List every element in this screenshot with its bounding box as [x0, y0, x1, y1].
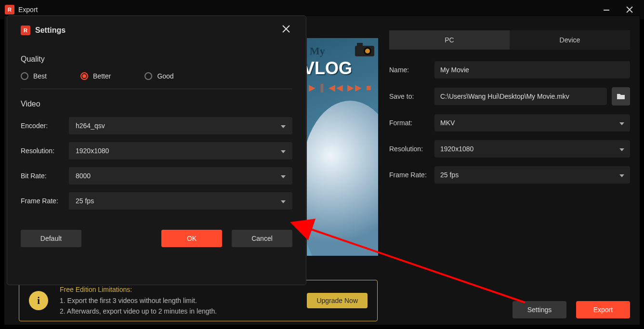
quality-better-label: Better — [93, 72, 111, 80]
framerate-label: Frame Rate: — [389, 171, 434, 179]
limitations-line1: 1. Export the first 3 videos without len… — [60, 295, 307, 306]
quality-heading: Quality — [21, 55, 292, 64]
preview-text-my: My — [310, 45, 325, 57]
chevron-down-icon — [281, 197, 286, 205]
chevron-down-icon — [619, 145, 624, 153]
chevron-down-icon — [619, 171, 624, 179]
saveto-label: Save to: — [389, 92, 434, 100]
chevron-down-icon — [281, 147, 286, 155]
chevron-down-icon — [619, 119, 624, 127]
name-label: Name: — [389, 66, 434, 74]
default-button[interactable]: Default — [21, 230, 81, 247]
limitations-text: Free Edition Limitations: 1. Export the … — [60, 284, 307, 316]
limitations-line2: 2. Afterwards, export video up to 2 minu… — [60, 306, 307, 316]
quality-better-radio[interactable]: Better — [80, 72, 111, 80]
modal-resolution-value: 1920x1080 — [76, 147, 109, 155]
export-form: PC Device Name: Save to: Format: MKV Res… — [389, 30, 630, 192]
encoder-dropdown[interactable]: h264_qsv — [69, 117, 292, 134]
quality-radio-group: Best Better Good — [21, 72, 292, 80]
quality-good-radio[interactable]: Good — [145, 72, 173, 80]
settings-title: Settings — [35, 26, 66, 35]
modal-framerate-label: Frame Rate: — [21, 197, 69, 205]
preview-media-glyphs: ▶ ‖ ◀◀ ▶▶ ■ — [309, 82, 372, 93]
quality-best-label: Best — [33, 72, 47, 80]
name-input[interactable] — [434, 61, 630, 79]
chevron-down-icon — [281, 172, 286, 180]
close-icon — [282, 25, 290, 33]
close-icon — [626, 6, 633, 13]
modal-resolution-dropdown[interactable]: 1920x1080 — [69, 142, 292, 159]
tab-pc[interactable]: PC — [389, 30, 510, 50]
ok-button[interactable]: OK — [161, 230, 222, 247]
preview-globe — [307, 101, 378, 256]
quality-best-radio[interactable]: Best — [21, 72, 47, 80]
preview-text-vlog: VLOG — [307, 58, 352, 79]
resolution-value: 1920x1080 — [440, 145, 473, 153]
bitrate-label: Bit Rate: — [21, 172, 69, 180]
info-icon: i — [29, 291, 48, 310]
modal-framerate-dropdown[interactable]: 25 fps — [69, 192, 292, 210]
format-value: MKV — [440, 119, 455, 127]
modal-framerate-value: 25 fps — [76, 197, 94, 205]
minimize-icon — [603, 6, 610, 13]
folder-icon — [617, 92, 625, 100]
cancel-button[interactable]: Cancel — [232, 230, 292, 247]
limitations-title: Free Edition Limitations: — [60, 284, 307, 295]
resolution-label: Resolution: — [389, 145, 434, 153]
saveto-input[interactable] — [434, 88, 607, 105]
app-icon: R — [21, 26, 30, 35]
open-settings-button[interactable]: Settings — [513, 301, 566, 318]
browse-folder-button[interactable] — [612, 87, 630, 105]
format-dropdown[interactable]: MKV — [434, 114, 630, 132]
target-tabs: PC Device — [389, 30, 630, 50]
divider — [21, 89, 292, 89]
settings-dialog: R Settings Quality Best Better Good Vide… — [7, 15, 306, 285]
framerate-dropdown[interactable]: 25 fps — [434, 166, 630, 184]
camera-icon — [353, 41, 376, 58]
close-window-button[interactable] — [620, 3, 639, 16]
svg-rect-4 — [357, 43, 363, 47]
bitrate-dropdown[interactable]: 8000 — [69, 167, 292, 184]
preview-thumbnail: My VLOG ▶ ‖ ◀◀ ▶▶ ■ — [307, 38, 378, 256]
framerate-value: 25 fps — [440, 171, 459, 179]
modal-resolution-label: Resolution: — [21, 147, 69, 155]
svg-point-3 — [365, 49, 370, 53]
bottom-buttons: Settings Export — [513, 301, 630, 318]
encoder-label: Encoder: — [21, 122, 69, 130]
export-button[interactable]: Export — [576, 301, 630, 318]
settings-close-button[interactable] — [280, 23, 292, 38]
format-label: Format: — [389, 119, 434, 127]
upgrade-button[interactable]: Upgrade Now — [307, 293, 368, 308]
chevron-down-icon — [281, 122, 286, 130]
minimize-button[interactable] — [597, 3, 616, 16]
tab-device[interactable]: Device — [510, 30, 630, 50]
window-title: Export — [18, 6, 38, 13]
encoder-value: h264_qsv — [76, 122, 105, 130]
limitations-banner: i Free Edition Limitations: 1. Export th… — [19, 280, 378, 321]
svg-rect-0 — [604, 10, 609, 11]
video-heading: Video — [21, 100, 292, 108]
quality-good-label: Good — [157, 72, 173, 80]
app-icon: R — [5, 5, 14, 14]
bitrate-value: 8000 — [76, 172, 91, 180]
resolution-dropdown[interactable]: 1920x1080 — [434, 140, 630, 158]
